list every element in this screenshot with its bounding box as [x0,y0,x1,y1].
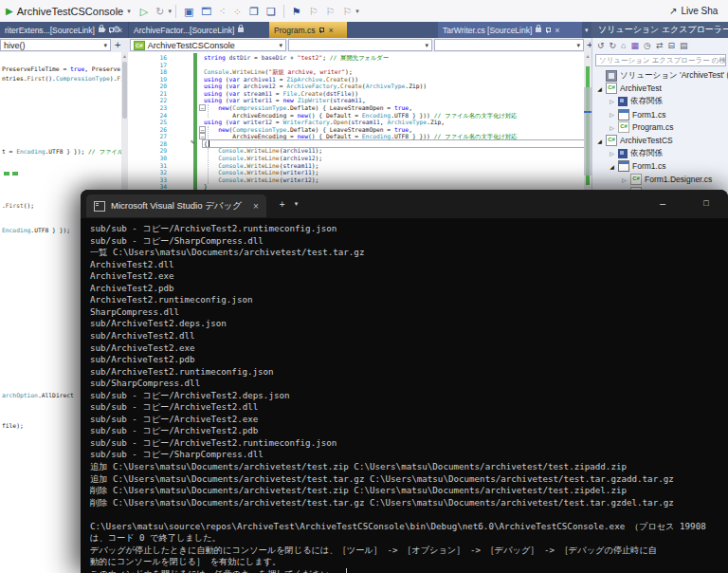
clear-bookmarks-icon[interactable]: ⚐ [342,2,352,21]
live-share-button[interactable]: ↗ Live Sha [669,0,728,22]
console-cursor [346,568,347,573]
new-window-icon[interactable]: ❐ [249,2,259,21]
code-text: Console.WriteLine(writer11); [204,169,318,176]
console-output[interactable]: sub/sub - コピー/ArchiveTest2.runtimeconfig… [81,218,728,573]
tree-collapsed-icon[interactable]: ▷ [609,124,615,131]
hot-reload-button[interactable]: ↻ [155,2,164,21]
form-icon [618,160,629,172]
step-into-icon[interactable]: ⁘ [233,2,242,21]
code-token: ( [222,76,229,83]
split-add-icon[interactable]: + [115,39,120,50]
console-tab[interactable]: Microsoft Visual Studio デバッグ × [86,194,266,217]
line-number: 31 [128,162,167,169]
tree-item-archivetestcs[interactable]: ◢C#ArchiveTestCS [596,135,673,147]
tree-item-form1-cs[interactable]: ◢Form1.cs [609,160,665,173]
window-layout-icon[interactable]: 🗔 [201,2,211,21]
back-icon[interactable]: ↺ [597,41,605,50]
start-debugging-button[interactable]: ▶ ArchiveTestCSConsole ▾ [0,0,136,22]
new-tab-icon[interactable]: + [280,199,285,210]
pin-icon[interactable] [545,28,551,33]
home-icon[interactable]: ⌂ [621,41,626,50]
pin-icon[interactable] [318,28,324,33]
tree-expanded-icon[interactable]: ◢ [596,138,603,144]
tree-item-form1-cs[interactable]: ▷Form1.cs [609,108,665,120]
prev-bookmark-icon[interactable]: ⚐ [309,2,318,21]
tab-tarwriterextensions[interactable]: riterExtens...[SourceLink] × [0,22,127,38]
close-icon[interactable]: × [253,201,259,212]
overflow-dots-icon[interactable]: ⁖ [219,2,225,21]
tab-tarwriter-cs[interactable]: TarWriter.cs [SourceLink] × [438,22,582,38]
tab-dropdown-icon[interactable]: ▾ [295,200,299,208]
code-token: dstDir [229,54,251,61]
bookmark-flag-icon[interactable]: ⚑ [292,2,301,21]
next-bookmark-icon[interactable]: ⚐ [326,2,336,21]
member-dropdown[interactable]: ▾ [434,39,584,51]
code-token: , [409,126,412,133]
switch-views-icon[interactable]: ▦ [631,41,640,50]
code-token: .UTF8 } }); [30,227,70,233]
properties-icon[interactable]: ▤ [680,41,688,50]
scrollbar-thumb[interactable] [122,62,127,119]
code-token: baseDir [262,54,287,61]
solution-explorer-search-input[interactable]: ソリューション エクスプローラー の検索 (Ctrl+;) [595,54,726,66]
tab-list-dropdown-icon[interactable]: ▾ [102,22,106,38]
toolbar-overflow-icon[interactable]: ▾ [355,8,359,15]
code-token: .AllDirect [38,392,74,398]
chevron-down-icon: ▾ [425,42,428,49]
tree-item-program-cs[interactable]: ▷C#Program.cs [609,121,673,134]
collapse-all-icon[interactable]: ⊟ [667,41,675,50]
tab-program-cs[interactable]: Program.cs × [269,22,347,38]
sync-with-active-document-icon[interactable]: ⇄ [656,41,664,50]
project-dropdown[interactable]: C# ArchiveTestCSConsole ▾ [130,39,286,51]
code-fragment: Encoding.UTF8 } }); [2,227,70,233]
code-token: Console [218,147,244,154]
tree-item-form1-designer-cs[interactable]: ▷C#Form1.Designer.cs [621,174,712,186]
maximize-button[interactable]: □ [690,190,722,218]
cs-icon: C# [630,174,642,185]
tree-item--[interactable]: ▷依存関係 [609,95,663,107]
code-token: = [272,119,282,125]
forward-icon[interactable]: ↻ [610,41,617,50]
tree-item-archivetest[interactable]: ◢C#ArchiveTest [596,83,662,95]
close-icon[interactable]: × [555,26,559,35]
left-nav-bar: hive() ▾ + [0,38,128,52]
code-fragment: t = Encoding.UTF8 } }); // ファイル [2,148,121,157]
code-token: // ファイル名の文字化け対応 [434,112,518,119]
tab-list-dropdown-icon[interactable]: ▾ [585,22,589,38]
code-text: using (var writer12 = WriterFactory.Open… [204,119,445,125]
tree-collapsed-icon[interactable]: ▷ [621,176,628,183]
type-dropdown[interactable]: ▾ [288,39,432,51]
tree-expanded-icon[interactable]: ◢ [596,85,603,92]
csproj-icon: C# [606,135,617,146]
member-dropdown[interactable]: hive() ▾ [0,39,111,51]
tree-expanded-icon[interactable]: ◢ [609,163,615,170]
tree-item--[interactable]: ▷依存関係 [609,147,663,159]
tab-archivefactory[interactable]: ArchiveFactor...[SourceLink] [129,22,268,38]
duplicate-window-icon[interactable]: ❏ [266,2,276,21]
feedback-icon[interactable]: ▣ [184,2,193,21]
console-line: 削除 C:\Users\matsu\Documents/archivetest/… [90,485,728,497]
line-number: 19 [128,76,167,83]
console-line: C:\Users\matsu\source\repos\ArchiveTest\… [90,521,728,533]
pending-changes-filter-icon[interactable]: ◷ [644,41,651,50]
console-title-bar[interactable]: Microsoft Visual Studio デバッグ × + ▾ – □ [81,190,728,218]
scrollbar-thumb[interactable] [584,87,592,176]
code-token: .Deflate) { LeaveStreamOpen = [286,104,394,111]
console-line: 削除 C:\Users\matsu\Documents/archivetest/… [90,497,728,509]
tree-item--archivetest-3-3-[interactable]: ソリューション 'ArchiveTest' (3/3 のプ [596,69,728,82]
hot-reload-dropdown-icon[interactable]: ▾ [168,8,172,15]
start-without-debugging-button[interactable]: ▷ [140,2,148,21]
project-dropdown-value: ArchiveTestCSConsole [148,41,235,50]
close-icon[interactable]: × [328,26,333,35]
scroll-up-icon[interactable]: ▲ [121,53,128,59]
minimize-button[interactable]: – [646,190,679,218]
tree-collapsed-icon[interactable]: ▷ [609,111,615,118]
gear-icon[interactable]: ⚙ [113,22,120,38]
debug-console-window[interactable]: Microsoft Visual Studio デバッグ × + ▾ – □ s… [81,190,728,573]
line-number: 24 [128,112,167,119]
scroll-up-icon[interactable]: ▲ [584,53,592,59]
tree-collapsed-icon[interactable]: ▷ [609,150,615,157]
tree-collapsed-icon[interactable]: ▷ [609,98,615,104]
tree-item-label: ArchiveTestCS [620,136,673,145]
code-token: PreserveFileTime = [2,65,70,72]
